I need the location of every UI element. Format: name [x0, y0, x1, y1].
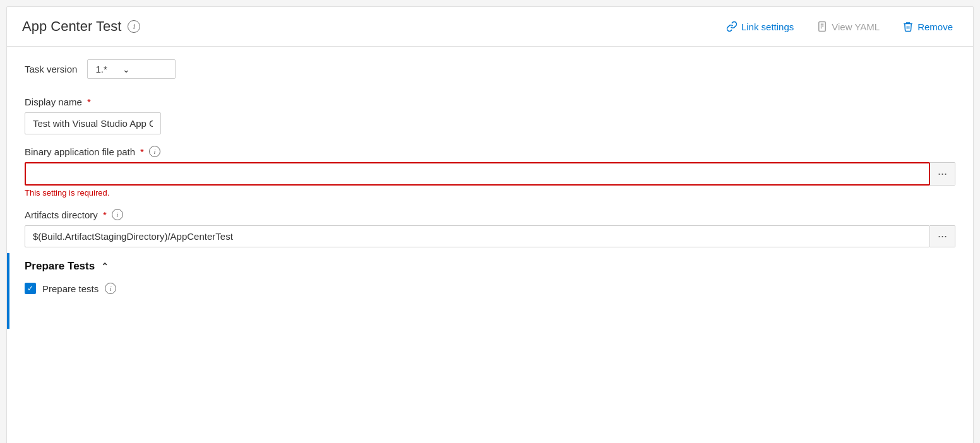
header-actions: Link settings View YAML	[721, 18, 958, 35]
binary-path-error: This setting is required.	[25, 188, 955, 198]
artifacts-dir-info-icon[interactable]: i	[112, 209, 123, 220]
trash-icon	[902, 21, 914, 32]
prepare-tests-checkbox[interactable]: ✓	[25, 283, 36, 294]
display-name-input[interactable]	[25, 112, 161, 134]
binary-path-required: *	[140, 146, 144, 157]
view-yaml-button[interactable]: View YAML	[811, 18, 885, 35]
display-name-group: Display name *	[25, 97, 955, 134]
link-settings-button[interactable]: Link settings	[721, 18, 799, 35]
artifacts-dir-input[interactable]	[25, 225, 930, 247]
binary-path-label: Binary application file path	[25, 146, 135, 157]
prepare-tests-section-header[interactable]: Prepare Tests ⌃	[25, 260, 955, 273]
prepare-tests-checkbox-label: Prepare tests	[42, 283, 99, 294]
ellipsis-icon: ···	[938, 167, 947, 180]
artifacts-dir-input-row: ···	[25, 225, 955, 247]
title-info-icon[interactable]: i	[128, 20, 140, 33]
task-version-select[interactable]: 1.* ⌄	[87, 59, 176, 79]
prepare-tests-info-icon[interactable]: i	[105, 283, 116, 294]
display-name-label: Display name	[25, 97, 82, 107]
artifacts-dir-required: *	[103, 210, 107, 220]
main-content: Task version 1.* ⌄ Display name * Binary…	[7, 47, 973, 307]
prepare-tests-section-label: Prepare Tests	[25, 260, 95, 273]
prepare-tests-checkbox-row: ✓ Prepare tests i	[25, 283, 955, 294]
chevron-down-icon: ⌄	[122, 64, 130, 74]
artifacts-dir-browse-button[interactable]: ···	[930, 225, 955, 247]
artifacts-ellipsis-icon: ···	[938, 230, 947, 243]
binary-path-group: Binary application file path * i ··· Thi…	[25, 146, 955, 198]
display-name-label-row: Display name *	[25, 97, 955, 107]
yaml-icon	[816, 21, 828, 32]
binary-path-info-icon[interactable]: i	[149, 146, 160, 157]
panel: App Center Test i Link settings View YAM…	[6, 6, 974, 443]
binary-path-browse-button[interactable]: ···	[930, 162, 955, 186]
artifacts-dir-label-row: Artifacts directory * i	[25, 209, 955, 220]
binary-path-label-row: Binary application file path * i	[25, 146, 955, 157]
artifacts-dir-group: Artifacts directory * i ···	[25, 209, 955, 247]
header-left: App Center Test i	[22, 18, 140, 35]
remove-label: Remove	[917, 21, 953, 32]
remove-button[interactable]: Remove	[897, 18, 958, 35]
task-version-row: Task version 1.* ⌄	[25, 59, 955, 79]
checkmark-icon: ✓	[27, 285, 33, 292]
link-icon	[726, 21, 738, 32]
chevron-up-icon: ⌃	[101, 261, 109, 271]
artifacts-dir-label: Artifacts directory	[25, 210, 98, 220]
link-settings-label: Link settings	[741, 21, 794, 32]
view-yaml-label: View YAML	[832, 21, 880, 32]
display-name-required: *	[87, 97, 91, 107]
page-title: App Center Test	[22, 18, 121, 35]
task-version-label: Task version	[25, 64, 77, 74]
binary-path-input[interactable]	[25, 162, 930, 186]
header: App Center Test i Link settings View YAM…	[7, 7, 973, 46]
binary-path-input-row: ···	[25, 162, 955, 186]
task-version-value: 1.*	[95, 64, 107, 74]
